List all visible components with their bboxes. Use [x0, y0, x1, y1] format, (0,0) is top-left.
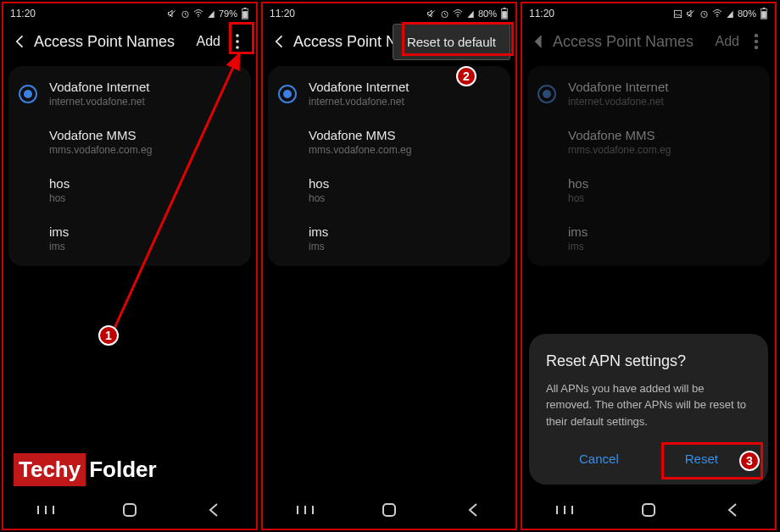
apn-row-vodafone-mms[interactable]: Vodafone MMSmms.vodafone.com.eg [268, 118, 510, 166]
back-button [526, 28, 553, 55]
alarm-icon [181, 9, 190, 19]
radio-selected[interactable] [19, 85, 37, 103]
nav-recents[interactable] [539, 497, 590, 523]
svg-rect-26 [763, 8, 766, 8]
add-button: Add [710, 34, 744, 49]
apn-row-vodafone-internet[interactable]: Vodafone Internetinternet.vodafone.net [268, 69, 510, 118]
apn-row-ims[interactable]: imsims [8, 214, 251, 263]
logo-part-2: Folder [86, 453, 159, 486]
apn-row-vodafone-internet: Vodafone Internetinternet.vodafone.net [527, 69, 770, 118]
alarm-icon [699, 9, 709, 19]
chevron-left-icon [12, 33, 29, 50]
apn-sub: ims [49, 241, 69, 252]
back-button[interactable] [266, 28, 293, 55]
recents-icon [555, 504, 574, 516]
svg-point-7 [236, 46, 239, 49]
apn-name: Vodafone Internet [568, 80, 668, 94]
apn-name: hos [49, 176, 70, 191]
nav-home[interactable] [104, 497, 155, 523]
logo-part-1: Techy [14, 453, 86, 486]
nav-back[interactable] [707, 497, 758, 523]
apn-list: Vodafone Internetinternet.vodafone.net V… [268, 66, 510, 266]
status-time: 11:20 [270, 8, 295, 19]
step-badge-1: 1 [98, 325, 119, 346]
nav-back[interactable] [448, 497, 499, 523]
svg-rect-34 [643, 504, 655, 516]
status-icons: 79% [167, 8, 249, 19]
nav-back[interactable] [188, 497, 239, 523]
home-icon [641, 502, 656, 518]
apn-name: Vodafone Internet [49, 80, 149, 94]
nav-bar [522, 491, 775, 529]
apn-row-vodafone-mms: Vodafone MMSmms.vodafone.com.eg [527, 118, 770, 166]
apn-sub: ims [309, 241, 328, 252]
reset-confirm-dialog: Reset APN settings? All APNs you have ad… [529, 334, 768, 485]
apn-row-vodafone-mms[interactable]: Vodafone MMSmms.vodafone.com.eg [8, 118, 251, 166]
recents-icon [296, 504, 315, 516]
apn-row-hos[interactable]: hoshos [268, 166, 510, 214]
more-options-button [744, 27, 768, 56]
mute-icon [686, 8, 696, 19]
home-icon [122, 502, 137, 518]
app-bar: Access Point Names Add [522, 24, 775, 59]
nav-bar [263, 491, 515, 529]
watermark-logo: TechyFolder [14, 453, 160, 486]
chevron-left-icon [531, 33, 548, 50]
apn-sub: internet.vodafone.net [568, 96, 668, 108]
svg-rect-16 [504, 8, 506, 8]
svg-point-1 [198, 16, 199, 18]
apn-name: ims [309, 224, 328, 239]
battery-percent: 79% [219, 8, 237, 19]
nav-recents[interactable] [280, 497, 331, 523]
dialog-actions: Cancel Reset [546, 445, 751, 473]
dialog-cancel-button[interactable]: Cancel [559, 445, 639, 473]
status-bar: 11:20 79% [3, 3, 256, 24]
menu-item-reset-default[interactable]: Reset to default [407, 35, 496, 49]
apn-sub: ims [568, 241, 588, 252]
wifi-icon [453, 9, 463, 18]
screenshot-step-2: 11:20 80% Access Point Names Vodafone In… [261, 2, 517, 530]
radio-selected[interactable] [278, 85, 297, 103]
svg-rect-11 [124, 504, 136, 516]
nav-recents[interactable] [20, 497, 71, 523]
back-icon [727, 502, 738, 518]
dialog-reset-button[interactable]: Reset [665, 445, 738, 473]
svg-point-14 [457, 16, 459, 18]
add-button[interactable]: Add [192, 34, 226, 49]
screenshot-step-3: 11:20 80% Access Point Names Add [521, 2, 777, 530]
dialog-title: Reset APN settings? [546, 352, 751, 370]
signal-icon [207, 9, 215, 19]
apn-row-hos[interactable]: hoshos [8, 166, 251, 214]
apn-row-ims[interactable]: imsims [268, 214, 510, 263]
nav-home[interactable] [364, 497, 415, 523]
back-button[interactable] [7, 28, 34, 55]
more-vert-icon [231, 33, 244, 50]
wifi-icon [712, 9, 722, 18]
mute-icon [167, 8, 177, 19]
svg-point-6 [236, 40, 239, 43]
svg-rect-27 [761, 11, 766, 18]
apn-row-vodafone-internet[interactable]: Vodafone Internetinternet.vodafone.net [8, 69, 251, 118]
back-icon [467, 502, 479, 518]
apn-sub: mms.vodafone.com.eg [568, 144, 671, 156]
nav-home[interactable] [623, 497, 674, 523]
apn-name: ims [568, 224, 588, 239]
status-time: 11:20 [529, 8, 554, 19]
battery-icon [241, 8, 249, 19]
alarm-icon [440, 9, 449, 19]
app-bar: Access Point Names Add [3, 24, 256, 59]
apn-sub: internet.vodafone.net [309, 96, 409, 108]
apn-name: Vodafone MMS [49, 128, 152, 142]
apn-row-hos: hoshos [527, 166, 770, 214]
more-options-button[interactable] [226, 27, 249, 56]
status-time: 11:20 [10, 8, 36, 19]
signal-icon [726, 9, 734, 19]
apn-sub: hos [568, 192, 588, 204]
svg-point-28 [755, 34, 758, 37]
apn-list: Vodafone Internetinternet.vodafone.net V… [8, 66, 251, 266]
apn-sub: mms.vodafone.com.eg [49, 144, 152, 156]
apn-name: Vodafone MMS [309, 128, 411, 142]
nav-bar [3, 491, 256, 529]
svg-rect-4 [242, 11, 248, 18]
status-icons: 80% [426, 8, 509, 19]
